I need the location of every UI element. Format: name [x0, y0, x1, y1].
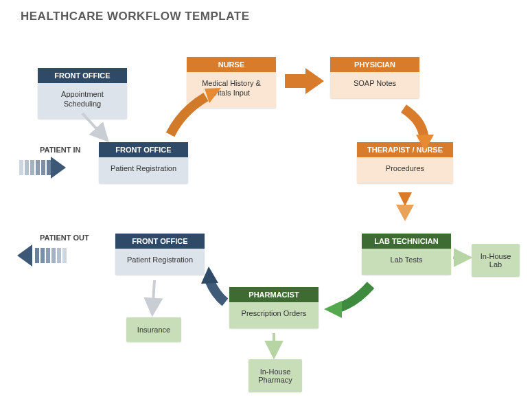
- node-body: SOAP Notes: [330, 72, 419, 98]
- node-body: Patient Registration: [99, 157, 188, 183]
- patient-out-label: PATIENT OUT: [40, 234, 89, 242]
- page-title: HEALTHCARE WORKFLOW TEMPLATE: [21, 10, 250, 23]
- subnode-insurance: Insurance: [126, 317, 181, 342]
- patient-out-arrow: [17, 245, 64, 267]
- node-body: Medical History & Vitals Input: [187, 72, 276, 108]
- svg-marker-5: [324, 301, 342, 318]
- node-front-office-registration-out: FRONT OFFICE Patient Registration: [115, 234, 205, 275]
- node-body: Prescription Orders: [229, 302, 319, 328]
- node-lab-technician: LAB TECHNICIAN Lab Tests: [362, 234, 451, 275]
- node-head: PHARMACIST: [229, 287, 319, 302]
- patient-in-label: PATIENT IN: [40, 146, 80, 154]
- node-head: FRONT OFFICE: [115, 234, 205, 249]
- node-front-office-appointment: FRONT OFFICE Appointment Scheduling: [38, 68, 127, 119]
- node-physician: PHYSICIAN SOAP Notes: [330, 57, 419, 98]
- node-front-office-registration-in: FRONT OFFICE Patient Registration: [99, 142, 188, 183]
- node-body: Patient Registration: [115, 249, 205, 275]
- node-therapist: THERAPIST / NURSE Procedures: [357, 142, 453, 183]
- node-head: FRONT OFFICE: [38, 68, 127, 83]
- node-head: THERAPIST / NURSE: [357, 142, 453, 157]
- node-head: NURSE: [187, 57, 276, 72]
- node-head: FRONT OFFICE: [99, 142, 188, 157]
- svg-marker-3: [398, 192, 412, 206]
- subnode-inhouse-pharmacy: In-House Pharmacy: [248, 359, 302, 392]
- svg-marker-4: [396, 205, 414, 221]
- subnode-inhouse-lab: In-House Lab: [472, 244, 520, 277]
- node-body: Appointment Scheduling: [38, 83, 127, 119]
- patient-in-arrow: [19, 157, 66, 179]
- node-nurse: NURSE Medical History & Vitals Input: [187, 57, 276, 108]
- node-head: PHYSICIAN: [330, 57, 419, 72]
- node-body: Lab Tests: [362, 249, 451, 275]
- svg-marker-1: [285, 68, 324, 94]
- node-body: Procedures: [357, 157, 453, 183]
- node-head: LAB TECHNICIAN: [362, 234, 451, 249]
- node-pharmacist: PHARMACIST Prescription Orders: [229, 287, 319, 328]
